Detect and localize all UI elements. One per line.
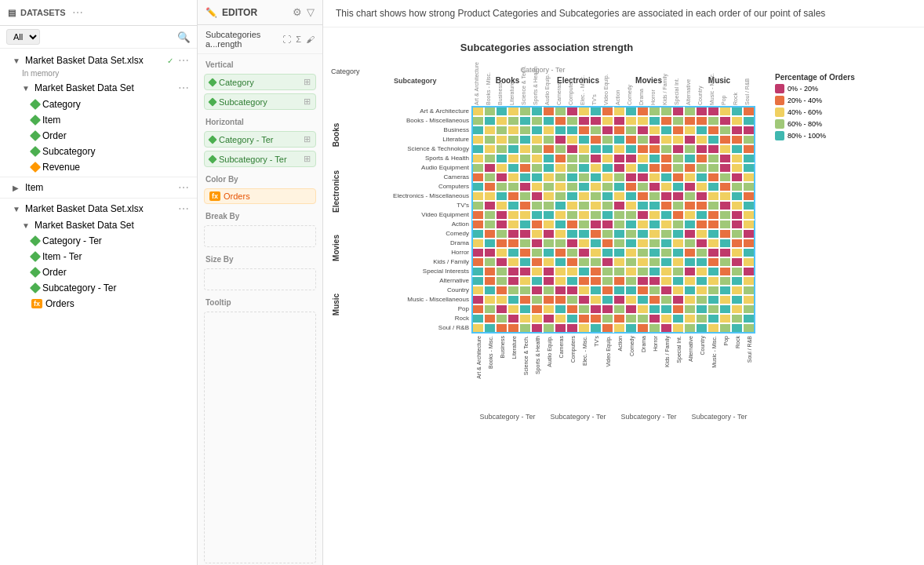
chevron-down-icon: ▼ — [13, 56, 22, 65]
chart-wrapper: Subcategories association strength Perce… — [331, 35, 916, 437]
vertical-field-1[interactable]: Category ⊞ — [204, 74, 316, 90]
datasets-header: ▤ DATASETS ⋯ — [0, 0, 197, 26]
item-folder-label: Item — [25, 182, 173, 193]
legend-color-5 — [775, 131, 784, 140]
horizontal-field-2[interactable]: Subcategory - Ter ⊞ — [204, 151, 316, 167]
left-panel: ▤ DATASETS ⋯ All 🔍 ▼ Market Basket Data … — [0, 0, 198, 565]
field-item[interactable]: Item — [0, 112, 197, 128]
file1-status: In memory — [0, 69, 197, 79]
horizontal-label: Horizontal — [198, 111, 322, 129]
dataset2-label: Market Basket Data Set — [35, 220, 191, 231]
legend-item-1: 0% - 20% — [775, 84, 855, 93]
datasets-menu-button[interactable]: ⋯ — [71, 6, 85, 19]
legend-color-1 — [775, 84, 784, 93]
chevron-right-icon: ▶ — [13, 184, 22, 192]
right-panel: This chart shows how strong Product Cate… — [323, 0, 924, 565]
legend-label-5: 80% - 100% — [788, 132, 826, 140]
tree-area: ▼ Market Basket Data Set.xlsx ✓ ⋯ In mem… — [0, 49, 197, 565]
dimension-icon2 — [30, 115, 41, 126]
filter-button[interactable]: ▽ — [307, 6, 315, 18]
check-icon: ✓ — [167, 56, 173, 65]
editor-title: EDITOR — [222, 7, 257, 18]
chevron-down-icon3: ▼ — [13, 205, 22, 213]
dimension-icon6 — [30, 251, 41, 262]
legend-item-2: 20% - 40% — [775, 96, 855, 105]
item-folder[interactable]: ▶ Item ⋯ — [0, 179, 197, 196]
dimension-icon — [30, 99, 41, 110]
vertical-field-2[interactable]: Subcategory ⊞ — [204, 93, 316, 110]
heatmap-wrapper: Subcategories association strength — [331, 35, 762, 437]
chart-legend: Percentage of Orders 0% - 20% 20% - 40% … — [769, 67, 861, 147]
dimension-icon5 — [30, 235, 41, 246]
field-category[interactable]: Category — [0, 97, 197, 112]
datasets-icon: ▤ — [8, 8, 16, 18]
dataset2-item[interactable]: ▼ Market Basket Data Set — [0, 217, 197, 233]
field-subcategory-ter-label: Subcategory - Ter — [42, 282, 191, 293]
file1-menu-button[interactable]: ⋯ — [176, 54, 191, 67]
legend-item-3: 40% - 60% — [775, 108, 855, 117]
field-category-ter-label: Category - Ter — [42, 235, 191, 246]
editor-toolbar: ⚙ ▽ — [293, 6, 315, 18]
horizontal-field-2-label: Subcategory - Ter — [219, 155, 287, 164]
horizontal-field-1[interactable]: Category - Ter ⊞ — [204, 131, 316, 148]
field-pill-grid-icon: ⊞ — [304, 77, 311, 87]
file2-item[interactable]: ▼ Market Basket Data Set.xlsx ⋯ — [0, 200, 197, 217]
dataset1-item[interactable]: ▼ Market Basket Data Set ⋯ — [0, 79, 197, 97]
field-subcategory-ter[interactable]: Subcategory - Ter — [0, 280, 197, 296]
field-pill-grid-icon2: ⊞ — [304, 97, 311, 107]
field-pill-icon — [208, 78, 216, 86]
dimension-icon8 — [30, 282, 41, 293]
field-item-ter[interactable]: Item - Ter — [0, 249, 197, 264]
field-subcategory-label: Subcategory — [42, 146, 191, 157]
sigma-button[interactable]: Σ — [296, 35, 301, 44]
field-revenue-label: Revenue — [42, 162, 191, 173]
field-category-ter[interactable]: Category - Ter — [0, 233, 197, 249]
field-revenue[interactable]: Revenue — [0, 159, 197, 175]
search-button[interactable]: 🔍 — [177, 31, 191, 43]
dimension-icon4 — [30, 146, 41, 157]
horizontal-field-1-label: Category - Ter — [219, 135, 274, 144]
pencil-icon: ✏️ — [206, 7, 217, 18]
field-order-label: Order — [42, 130, 191, 141]
file2-label: Market Basket Data Set.xlsx — [25, 203, 173, 214]
legend-color-3 — [775, 108, 784, 117]
vertical-field-2-label: Subcategory — [219, 97, 267, 107]
item-folder-menu[interactable]: ⋯ — [176, 181, 191, 194]
field-order2[interactable]: Order — [0, 264, 197, 280]
color-by-label: Color By — [198, 169, 322, 187]
middle-panel: ✏️ EDITOR ⚙ ▽ Subcategories a...rength ⛶… — [198, 0, 323, 565]
chart-title: Subcategories association strength — [331, 35, 762, 60]
break-by-label: Break By — [198, 206, 322, 224]
datasets-title: DATASETS — [20, 8, 66, 17]
color-by-fx-icon: fx — [209, 191, 220, 201]
legend-color-2 — [775, 96, 784, 105]
chart-icons: ⛶ Σ 🖌 — [282, 35, 315, 44]
field-pill-h-icon2 — [208, 155, 216, 163]
field-subcategory[interactable]: Subcategory — [0, 144, 197, 159]
measure-icon — [30, 162, 41, 173]
chart-name-label: Subcategories a...rength — [206, 30, 282, 49]
field-category-label: Category — [42, 99, 191, 110]
field-pill-h-icon — [208, 135, 216, 144]
filter-select[interactable]: All — [6, 29, 40, 45]
dimension-icon7 — [30, 267, 41, 278]
break-by-box — [204, 225, 316, 247]
field-orders[interactable]: fx Orders — [0, 296, 197, 312]
dataset1-menu-button[interactable]: ⋯ — [176, 82, 191, 94]
vertical-field-1-label: Category — [219, 78, 254, 87]
legend-label-2: 20% - 40% — [788, 97, 822, 104]
expand-button[interactable]: ⛶ — [282, 35, 291, 44]
field-order2-label: Order — [42, 267, 191, 278]
file1-item[interactable]: ▼ Market Basket Data Set.xlsx ✓ ⋯ — [0, 52, 197, 69]
color-by-field[interactable]: fx Orders — [204, 188, 316, 204]
field-item-ter-label: Item - Ter — [42, 251, 191, 262]
brush-button[interactable]: 🖌 — [306, 35, 315, 44]
chart-description: This chart shows how strong Product Cate… — [323, 0, 924, 27]
legend-label-4: 40% - 60% — [788, 108, 822, 116]
chart-area: Subcategories association strength Perce… — [323, 27, 924, 565]
settings-button[interactable]: ⚙ — [293, 6, 302, 18]
field-orders-label: Orders — [45, 298, 191, 309]
field-pill-icon2 — [208, 97, 216, 106]
file2-menu-button[interactable]: ⋯ — [176, 202, 191, 215]
field-order[interactable]: Order — [0, 128, 197, 144]
